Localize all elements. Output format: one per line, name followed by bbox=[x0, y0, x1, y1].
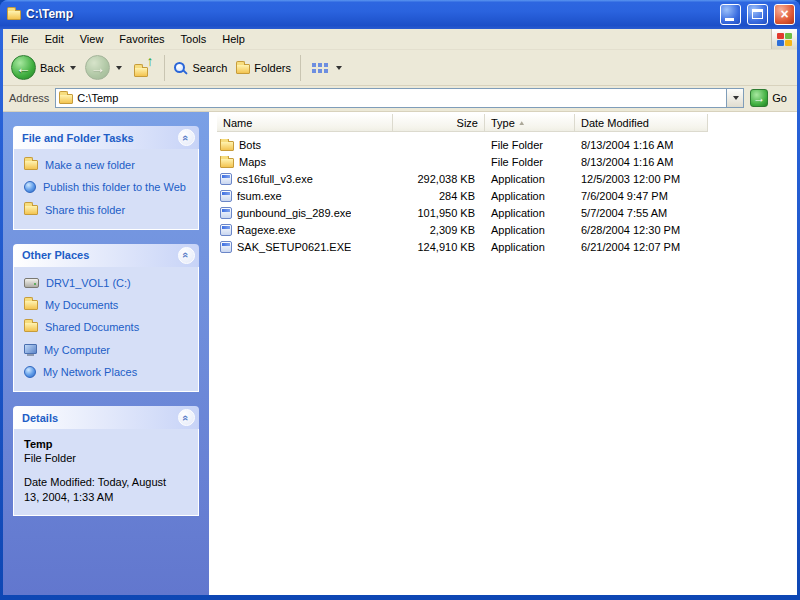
file-modified: 8/13/2004 1:16 AM bbox=[575, 139, 708, 151]
address-combo[interactable] bbox=[55, 88, 744, 108]
title-bar[interactable]: C:\Temp × bbox=[0, 0, 800, 29]
forward-dropdown-icon bbox=[116, 66, 122, 70]
file-row-gunbound[interactable]: gunbound_gis_289.exe 101,950 KB Applicat… bbox=[217, 204, 797, 221]
file-modified: 6/28/2004 12:30 PM bbox=[575, 224, 708, 236]
chevron-up-icon: « bbox=[181, 415, 193, 421]
file-list-area: Name Size Type▲ Date Modified Bots File … bbox=[209, 112, 797, 595]
my-network-places-link[interactable]: My Network Places bbox=[24, 365, 192, 379]
back-button[interactable]: ← Back bbox=[7, 53, 80, 82]
forward-icon: → bbox=[85, 55, 110, 80]
up-arrow-glyph: ↑ bbox=[146, 53, 153, 69]
file-modified: 8/13/2004 1:16 AM bbox=[575, 156, 708, 168]
column-header-name[interactable]: Name bbox=[217, 114, 393, 132]
my-computer-link[interactable]: My Computer bbox=[24, 343, 192, 357]
details-header[interactable]: Details « bbox=[13, 406, 199, 429]
menu-favorites[interactable]: Favorites bbox=[111, 29, 172, 49]
address-dropdown-icon bbox=[733, 96, 739, 100]
menu-bar: File Edit View Favorites Tools Help bbox=[3, 29, 797, 50]
make-new-folder-link[interactable]: Make a new folder bbox=[24, 158, 192, 172]
go-button[interactable]: → Go bbox=[750, 89, 791, 107]
minimize-button[interactable] bbox=[720, 4, 741, 25]
file-folder-tasks-panel: File and Folder Tasks « Make a new folde… bbox=[13, 126, 199, 230]
menu-view[interactable]: View bbox=[72, 29, 112, 49]
file-folder-tasks-body: Make a new folder Publish this folder to… bbox=[13, 149, 199, 230]
views-dropdown-icon bbox=[336, 66, 342, 70]
file-row-cs16full[interactable]: cs16full_v3.exe 292,038 KB Application 1… bbox=[217, 170, 797, 187]
file-folder-tasks-header[interactable]: File and Folder Tasks « bbox=[13, 126, 199, 149]
close-icon: × bbox=[775, 5, 794, 24]
search-button[interactable]: Search bbox=[170, 60, 231, 76]
address-folder-icon bbox=[59, 94, 73, 104]
toolbar-separator bbox=[164, 55, 165, 81]
window-title: C:\Temp bbox=[26, 7, 714, 21]
sort-ascending-icon: ▲ bbox=[518, 119, 526, 126]
panel-title: Details bbox=[22, 412, 58, 424]
views-button[interactable] bbox=[306, 61, 346, 75]
task-pane-sidebar: File and Folder Tasks « Make a new folde… bbox=[3, 112, 209, 595]
explorer-window: C:\Temp × File Edit View Favorites Tools… bbox=[0, 0, 800, 600]
application-icon bbox=[220, 190, 232, 202]
other-places-header[interactable]: Other Places « bbox=[13, 244, 199, 267]
drive-c-link[interactable]: DRV1_VOL1 (C:) bbox=[24, 276, 192, 290]
menu-edit[interactable]: Edit bbox=[37, 29, 72, 49]
file-size: 101,950 KB bbox=[393, 207, 485, 219]
collapse-button[interactable]: « bbox=[178, 247, 195, 264]
folders-button[interactable]: Folders bbox=[232, 60, 295, 76]
folder-icon bbox=[220, 158, 234, 168]
file-size: 284 KB bbox=[393, 190, 485, 202]
go-icon: → bbox=[750, 89, 768, 107]
file-type: File Folder bbox=[485, 156, 575, 168]
share-folder-link[interactable]: Share this folder bbox=[24, 203, 192, 217]
file-size: 2,309 KB bbox=[393, 224, 485, 236]
address-label: Address bbox=[9, 92, 49, 104]
file-row-maps[interactable]: Maps File Folder 8/13/2004 1:16 AM bbox=[217, 153, 797, 170]
column-header-date-modified[interactable]: Date Modified bbox=[575, 114, 708, 132]
file-name: SAK_SETUP0621.EXE bbox=[237, 241, 351, 253]
file-name: cs16full_v3.exe bbox=[237, 173, 313, 185]
back-icon: ← bbox=[11, 55, 36, 80]
file-type: Application bbox=[485, 173, 575, 185]
file-modified: 5/7/2004 7:55 AM bbox=[575, 207, 708, 219]
column-header-size[interactable]: Size bbox=[393, 114, 485, 132]
maximize-button[interactable] bbox=[747, 4, 768, 25]
address-bar: Address → Go bbox=[3, 86, 797, 112]
windows-logo-icon bbox=[777, 33, 792, 46]
minimize-icon bbox=[725, 18, 734, 21]
forward-button[interactable]: → bbox=[81, 53, 126, 82]
column-header-type[interactable]: Type▲ bbox=[485, 114, 575, 132]
network-places-icon bbox=[24, 366, 36, 378]
collapse-button[interactable]: « bbox=[178, 129, 195, 146]
shared-documents-link[interactable]: Shared Documents bbox=[24, 320, 192, 334]
content-area: File and Folder Tasks « Make a new folde… bbox=[3, 112, 797, 595]
file-name: Ragexe.exe bbox=[237, 224, 296, 236]
file-row-ragexe[interactable]: Ragexe.exe 2,309 KB Application 6/28/200… bbox=[217, 221, 797, 238]
file-modified: 7/6/2004 9:47 PM bbox=[575, 190, 708, 202]
chevron-up-icon: « bbox=[181, 134, 193, 140]
details-body: Temp File Folder Date Modified: Today, A… bbox=[13, 429, 199, 516]
details-folder-type: File Folder bbox=[24, 452, 192, 464]
address-input[interactable] bbox=[77, 89, 722, 107]
file-row-sak-setup[interactable]: SAK_SETUP0621.EXE 124,910 KB Application… bbox=[217, 238, 797, 255]
file-row-bots[interactable]: Bots File Folder 8/13/2004 1:16 AM bbox=[217, 136, 797, 153]
menu-file[interactable]: File bbox=[3, 29, 37, 49]
file-size: 292,038 KB bbox=[393, 173, 485, 185]
address-dropdown-button[interactable] bbox=[726, 89, 743, 107]
my-documents-link[interactable]: My Documents bbox=[24, 298, 192, 312]
panel-title: File and Folder Tasks bbox=[22, 132, 134, 144]
publish-folder-link[interactable]: Publish this folder to the Web bbox=[24, 180, 192, 194]
menu-help[interactable]: Help bbox=[214, 29, 253, 49]
details-panel: Details « Temp File Folder Date Modified… bbox=[13, 406, 199, 516]
collapse-button[interactable]: « bbox=[178, 409, 195, 426]
menu-tools[interactable]: Tools bbox=[173, 29, 215, 49]
file-type: Application bbox=[485, 190, 575, 202]
file-type: File Folder bbox=[485, 139, 575, 151]
hard-drive-icon bbox=[24, 278, 39, 288]
go-label: Go bbox=[772, 92, 787, 104]
file-type: Application bbox=[485, 207, 575, 219]
file-row-fsum[interactable]: fsum.exe 284 KB Application 7/6/2004 9:4… bbox=[217, 187, 797, 204]
close-button[interactable]: × bbox=[774, 4, 795, 25]
windows-logo-tile bbox=[771, 29, 797, 49]
panel-title: Other Places bbox=[22, 249, 89, 261]
up-button[interactable]: ↑ bbox=[127, 55, 159, 80]
application-icon bbox=[220, 224, 232, 236]
